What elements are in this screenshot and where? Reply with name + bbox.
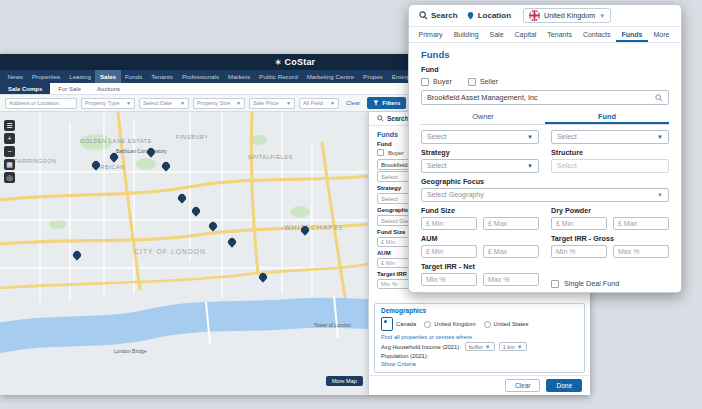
done-button[interactable]: Done	[546, 379, 582, 392]
search-icon	[655, 94, 663, 102]
chevron-down-icon: ▼	[599, 13, 605, 19]
target-irr-net-label: Target IRR - Net	[421, 262, 539, 271]
geography-select[interactable]: Select Geography▼	[421, 188, 669, 202]
fund-size-max-input[interactable]: £ Max	[483, 217, 539, 230]
buyer-checkbox[interactable]: Buyer	[377, 149, 404, 156]
chevron-down-icon: ▼	[236, 100, 241, 106]
clear-filters-link[interactable]: Clear	[346, 100, 360, 106]
date-select[interactable]: Select Date▼	[139, 98, 189, 109]
tab-tenants[interactable]: Tenants	[542, 27, 578, 42]
nav-item-leasing[interactable]: Leasing	[65, 70, 96, 83]
property-type-select[interactable]: Property Type▼	[81, 98, 135, 109]
subnav-sale-comps[interactable]: Sale Comps	[0, 83, 50, 94]
nav-item-funds[interactable]: Funds	[121, 70, 147, 83]
irr-net-min-input[interactable]: Min %	[421, 273, 477, 286]
clear-button[interactable]: Clear	[505, 379, 541, 392]
all-field-select[interactable]: All Field▼	[299, 98, 339, 109]
nav-item-marketing-centre[interactable]: Marketing Centre	[302, 70, 358, 83]
country-dropdown[interactable]: United Kingdom ▼	[523, 8, 611, 23]
chevron-down-icon: ▼	[485, 344, 491, 350]
brand-name: CoStar	[285, 57, 316, 67]
single-deal-fund-checkbox[interactable]: Single Deal Fund	[551, 279, 669, 288]
map-label-district: CITY OF LONDON	[134, 248, 206, 255]
nav-item-sales[interactable]: Sales	[95, 70, 120, 83]
tab-sale[interactable]: Sale	[484, 27, 509, 42]
nav-item-propex[interactable]: Propex	[359, 70, 388, 83]
aum-max-input[interactable]: £ Max	[483, 245, 539, 258]
dry-powder-max-input[interactable]: £ Max	[613, 217, 669, 230]
desktop: ✶ CoStar News Properties Leasing Sales F…	[0, 0, 702, 409]
structure-select[interactable]: Select	[551, 159, 669, 173]
tab-contacts[interactable]: Contacts	[577, 27, 616, 42]
uk-flag-icon	[529, 10, 540, 21]
map-locate-button[interactable]: ◎	[4, 172, 15, 183]
map-menu-button[interactable]: ☰	[4, 120, 15, 131]
tab-capital[interactable]: Capital	[509, 27, 542, 42]
tab-owner[interactable]: Owner	[421, 110, 545, 124]
nav-item-public-record[interactable]: Public Record	[255, 70, 303, 83]
subnav-auctions[interactable]: Auctions	[89, 83, 128, 94]
chevron-down-icon: ▼	[517, 344, 523, 350]
strategy-select[interactable]: Select▼	[421, 159, 539, 173]
tab-primary[interactable]: Primary	[413, 27, 448, 42]
tab-search[interactable]: Search	[377, 115, 409, 122]
dry-powder-min-input[interactable]: £ Min	[551, 217, 607, 230]
tab-more[interactable]: More	[648, 27, 675, 42]
tab-location[interactable]: Location	[466, 11, 511, 20]
country-radio-united-kingdom[interactable]: United Kingdom	[424, 321, 475, 328]
fund-select-right[interactable]: Select▼	[551, 130, 669, 144]
funnel-icon	[373, 100, 379, 106]
tab-search[interactable]: Search	[419, 11, 458, 20]
map-label-district: GOLDEN LANE ESTATE	[80, 138, 152, 144]
aum-min-input[interactable]: £ Min	[421, 245, 477, 258]
chevron-down-icon: ▼	[657, 192, 663, 198]
map-controls: ☰ + − ▦ ◎	[4, 120, 15, 183]
demographics-section: Demographics Canada United Kingdom Unite…	[374, 303, 585, 373]
target-irr-gross-label: Target IRR - Gross	[551, 234, 669, 243]
tab-fund[interactable]: Fund	[545, 110, 669, 124]
irr-net-max-input[interactable]: Max %	[483, 273, 539, 286]
nav-item-markets[interactable]: Markets	[224, 70, 255, 83]
map-layers-button[interactable]: ▦	[4, 159, 15, 170]
property-size-select[interactable]: Property Size▼	[193, 98, 245, 109]
seller-checkbox[interactable]: Seller	[468, 77, 498, 86]
checkbox-icon	[421, 78, 429, 86]
geographic-focus-label: Geographic Focus	[421, 177, 669, 186]
find-properties-link[interactable]: Find all properties or centres where	[381, 334, 578, 340]
address-input[interactable]: Address or Location	[5, 98, 77, 109]
country-radio-united-states[interactable]: United States	[484, 321, 529, 328]
checkbox-icon	[551, 280, 559, 288]
nav-item-professionals[interactable]: Professionals	[177, 70, 223, 83]
country-radio-canada[interactable]: Canada	[381, 317, 416, 331]
owner-fund-tabs: Owner Fund	[421, 110, 669, 125]
buffer-select[interactable]: buffer▼	[465, 342, 495, 351]
map-label-poi: Tower of London	[314, 322, 351, 328]
zoom-in-button[interactable]: +	[4, 133, 15, 144]
subnav-for-sale[interactable]: For Sale	[50, 83, 89, 94]
more-map-button[interactable]: More Map	[326, 376, 363, 386]
checkbox-icon	[377, 149, 384, 156]
radius-select[interactable]: 1 km▼	[499, 342, 527, 351]
buyer-checkbox[interactable]: Buyer	[421, 77, 452, 86]
fund-select-left[interactable]: Select▼	[421, 130, 539, 144]
fund-size-min-input[interactable]: £ Min	[421, 217, 477, 230]
nav-item-properties[interactable]: Properties	[27, 70, 64, 83]
show-criteria-link[interactable]: Show Criteria	[381, 361, 578, 367]
tab-building[interactable]: Building	[448, 27, 484, 42]
filters-button[interactable]: Filters	[367, 97, 406, 109]
nav-item-tenants[interactable]: Tenants	[147, 70, 178, 83]
sale-price-select[interactable]: Sale Price▼	[249, 98, 295, 109]
radio-icon	[381, 317, 393, 331]
location-pin-icon	[466, 11, 475, 20]
overlay-header: Search Location United Kingdom ▼	[409, 5, 681, 27]
irr-gross-max-input[interactable]: Max %	[613, 245, 669, 258]
chevron-down-icon: ▼	[126, 100, 131, 106]
chevron-down-icon: ▼	[527, 163, 533, 169]
tab-funds[interactable]: Funds	[616, 27, 648, 42]
costar-logo-icon: ✶	[275, 58, 282, 67]
nav-item-news[interactable]: News	[3, 70, 27, 83]
fund-search-input[interactable]: Brookfield Asset Management, Inc	[421, 90, 669, 105]
map-label-district: FARRINGDON	[14, 158, 57, 164]
zoom-out-button[interactable]: −	[4, 146, 15, 157]
irr-gross-min-input[interactable]: Min %	[551, 245, 607, 258]
